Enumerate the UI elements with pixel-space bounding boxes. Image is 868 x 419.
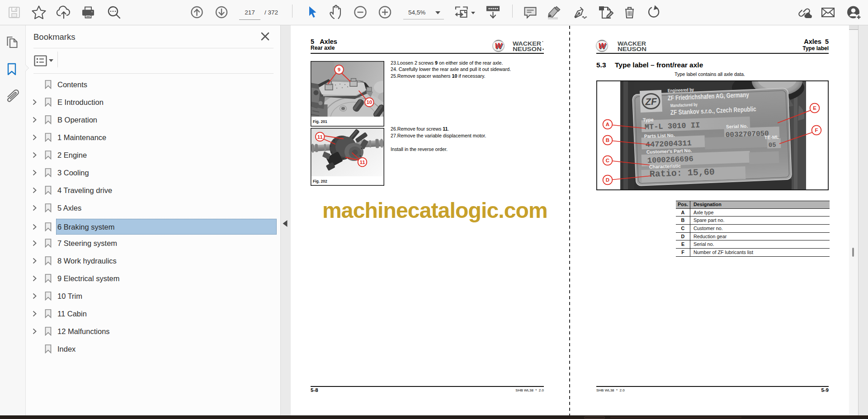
- svg-text:Type: Type: [643, 117, 654, 122]
- svg-text:0032707050: 0032707050: [726, 130, 769, 139]
- svg-text:11: 11: [317, 134, 323, 140]
- svg-text:ZF: ZF: [645, 96, 658, 107]
- svg-text:11: 11: [359, 160, 365, 165]
- svg-text:Serial No.: Serial No.: [726, 123, 748, 129]
- svg-text:D: D: [606, 177, 609, 183]
- svg-text:Fig. 202: Fig. 202: [313, 179, 327, 184]
- svg-text:F: F: [815, 127, 818, 133]
- svg-text:Parts List No.: Parts List No.: [644, 132, 675, 139]
- svg-text:E: E: [813, 105, 816, 111]
- svg-text:NEUSON: NEUSON: [513, 46, 542, 52]
- svg-text:10: 10: [366, 99, 372, 105]
- svg-text:4472004311: 4472004311: [646, 139, 692, 149]
- svg-text:1000266696: 1000266696: [647, 155, 694, 165]
- svg-text:B: B: [606, 137, 609, 143]
- svg-text:9: 9: [338, 67, 340, 72]
- svg-text:C: C: [606, 158, 609, 163]
- svg-text:A: A: [606, 122, 609, 127]
- svg-text:W: W: [598, 42, 606, 50]
- svg-text:NEUSON: NEUSON: [618, 46, 646, 52]
- svg-text:W: W: [495, 42, 503, 50]
- svg-text:Fig. 201: Fig. 201: [313, 119, 327, 124]
- svg-text:05: 05: [769, 141, 776, 149]
